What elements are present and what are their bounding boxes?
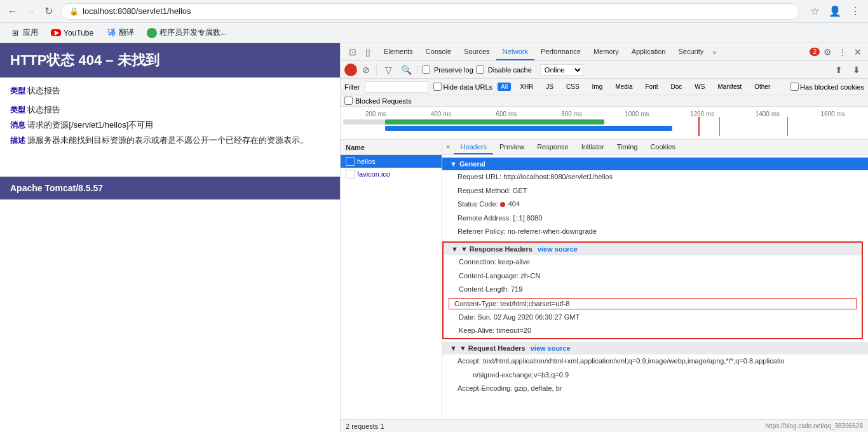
- keep-alive-row: Keep-Alive: timeout=20: [444, 324, 862, 338]
- import-icon[interactable]: ⬆: [831, 62, 846, 78]
- filter-xhr[interactable]: XHR: [516, 82, 537, 91]
- hide-data-urls-text: Hide data URLs: [443, 83, 492, 91]
- method-row: Request Method: GET: [442, 184, 868, 198]
- tab-elements[interactable]: Elements: [377, 43, 419, 60]
- bookmark-translate[interactable]: 译 翻译: [101, 25, 139, 41]
- filter-font[interactable]: Font: [642, 82, 662, 91]
- browser-actions: ☆ 👤 ⋮: [807, 4, 863, 19]
- bookmark-dev[interactable]: 程序员开发专属数...: [142, 25, 232, 41]
- profile-button[interactable]: 👤: [827, 4, 843, 19]
- inspect-icon[interactable]: ⊡: [346, 45, 360, 59]
- tab-initiator[interactable]: Initiator: [575, 140, 611, 154]
- device-icon[interactable]: ▯: [361, 45, 375, 59]
- bookmark-star-button[interactable]: ☆: [807, 4, 822, 19]
- tomcat-footer: Apache Tomcat/8.5.57: [0, 177, 340, 199]
- filter-other[interactable]: Other: [750, 82, 774, 91]
- tab-security[interactable]: Security: [672, 43, 710, 60]
- page-content: HTTP状态 404 – 未找到 类型 状态报告 类型 状态报告 消息 请求的资…: [0, 43, 340, 432]
- status-bar-text: 2 requests 1: [346, 422, 384, 430]
- date-value: Sun, 02 Aug 2020 06:30:27 GMT: [477, 313, 580, 321]
- forward-button[interactable]: →: [23, 4, 38, 19]
- content-language-label: Content-Language:: [459, 272, 519, 280]
- tab-response[interactable]: Response: [531, 140, 575, 154]
- request-url-value: http://localhost:8080/servlet1/hellos: [503, 173, 613, 180]
- response-headers-section: ▼ ▼ Response Headers view source Connect…: [442, 241, 863, 339]
- section1-label: 类型: [10, 86, 25, 95]
- address-bar[interactable]: 🔒 localhost:8080/servlet1/hellos: [61, 3, 799, 20]
- tab-console[interactable]: Console: [419, 43, 458, 60]
- name-row-favicon[interactable]: favicon.ico: [341, 168, 442, 180]
- error-badge: 2: [810, 48, 820, 56]
- filter-doc[interactable]: Doc: [667, 82, 686, 91]
- response-headers-header[interactable]: ▼ ▼ Response Headers view source: [444, 243, 862, 255]
- reload-button[interactable]: ↻: [41, 4, 56, 19]
- timeline-red-line: [698, 117, 700, 136]
- close-devtools-icon[interactable]: ✕: [850, 44, 865, 60]
- accept-row: Accept: text/html,application/xhtml+xml,…: [442, 354, 868, 368]
- tab-network[interactable]: Network: [496, 43, 534, 60]
- content-type-label: Content-Type:: [454, 300, 498, 307]
- response-view-source[interactable]: view source: [538, 245, 578, 253]
- filter-all-btn[interactable]: All: [498, 83, 511, 91]
- record-button[interactable]: [344, 64, 357, 76]
- request-url-label: Request URL:: [458, 173, 501, 180]
- tab-sources[interactable]: Sources: [458, 43, 496, 60]
- throttle-select[interactable]: Online Fast 3G Slow 3G Offline: [540, 64, 583, 76]
- preserve-log-checkbox[interactable]: [422, 65, 430, 74]
- hide-data-urls-checkbox[interactable]: [433, 83, 442, 91]
- filter-media[interactable]: Media: [611, 82, 636, 91]
- has-blocked-checkbox[interactable]: [790, 83, 799, 91]
- bookmark-youtube[interactable]: YouTube: [46, 25, 98, 41]
- name-header-text: Name: [346, 144, 365, 151]
- timeline-green-line: [787, 117, 788, 136]
- disable-cache-checkbox[interactable]: [476, 65, 484, 74]
- more-options-icon[interactable]: ⋮: [835, 44, 850, 60]
- filter-ws[interactable]: WS: [691, 82, 709, 91]
- details-panel: × Headers Preview Response Initiator Tim…: [442, 140, 868, 419]
- clear-button[interactable]: ⊘: [360, 64, 372, 76]
- tab-timing[interactable]: Timing: [611, 140, 644, 154]
- filter-img[interactable]: Img: [588, 82, 607, 91]
- tab-memory[interactable]: Memory: [587, 43, 625, 60]
- tab-cookies[interactable]: Cookies: [644, 140, 682, 154]
- general-section-header[interactable]: ▼ General: [442, 158, 868, 170]
- name-row-hellos[interactable]: hellos: [341, 155, 442, 168]
- filter-css[interactable]: CSS: [562, 82, 583, 91]
- disable-cache-label: Disable cache: [476, 65, 532, 74]
- detail-tabs: × Headers Preview Response Initiator Tim…: [442, 140, 868, 155]
- tab-performance[interactable]: Performance: [534, 43, 587, 60]
- favicon-checkbox[interactable]: [346, 170, 355, 179]
- filter-manifest[interactable]: Manifest: [714, 82, 745, 91]
- section2-label-full: 消息: [10, 121, 25, 130]
- tab-headers[interactable]: Headers: [454, 140, 493, 154]
- section2-val: 请求的资源[/servlet1/hellos]不可用: [27, 120, 153, 130]
- menu-button[interactable]: ⋮: [848, 4, 863, 19]
- bookmark-apps[interactable]: ⊞ 应用: [5, 25, 43, 41]
- export-icon[interactable]: ⬇: [849, 62, 864, 78]
- request-view-source[interactable]: view source: [531, 344, 571, 352]
- tab-preview[interactable]: Preview: [493, 140, 531, 154]
- general-label: General: [459, 160, 485, 168]
- search-icon[interactable]: 🔍: [398, 62, 414, 78]
- mark-1400: 1400 ms: [735, 111, 801, 118]
- more-tabs[interactable]: »: [710, 48, 719, 56]
- blocked-requests-bar: Blocked Requests: [341, 95, 868, 107]
- settings-icon[interactable]: ⚙: [820, 44, 835, 60]
- filter-input[interactable]: [365, 81, 428, 93]
- network-timeline: 200 ms 400 ms 600 ms 800 ms 1000 ms 1200…: [341, 107, 868, 140]
- filter-js[interactable]: JS: [542, 82, 557, 91]
- back-button[interactable]: ←: [5, 4, 20, 19]
- filter-icon[interactable]: ▽: [381, 62, 396, 78]
- remote-row: Remote Address: [::1]:8080: [442, 212, 868, 226]
- close-detail-tab[interactable]: ×: [442, 140, 454, 154]
- hellos-checkbox[interactable]: [346, 157, 355, 166]
- request-headers-section: ▼ ▼ Request Headers view source Accept: …: [442, 342, 868, 396]
- request-headers-header[interactable]: ▼ ▼ Request Headers view source: [442, 342, 868, 354]
- page-title: HTTP状态 404 – 未找到: [10, 52, 159, 68]
- tab-application[interactable]: Application: [625, 43, 672, 60]
- date-row: Date: Sun, 02 Aug 2020 06:30:27 GMT: [444, 311, 862, 325]
- status-value: 404: [508, 200, 520, 208]
- blocked-requests-checkbox[interactable]: [344, 97, 353, 105]
- dev-icon: [147, 28, 157, 38]
- filter-label: Filter: [344, 83, 360, 91]
